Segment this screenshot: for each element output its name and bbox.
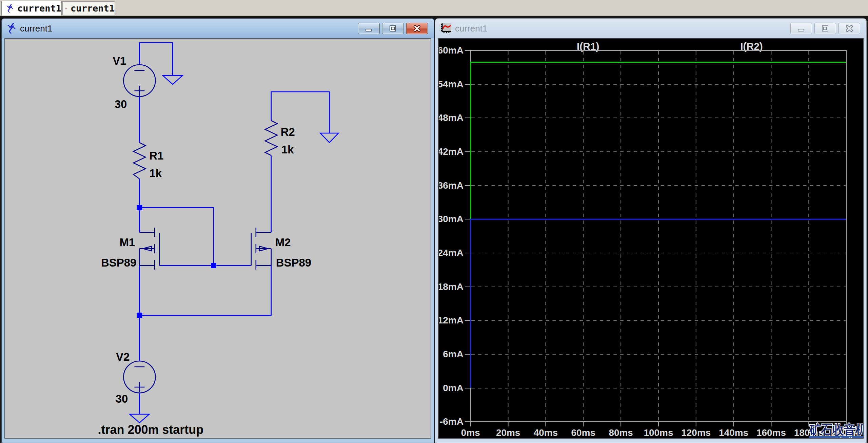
ground-symbol-v2[interactable] (130, 414, 149, 423)
minimize-icon (796, 24, 806, 33)
x-tick-label: 40ms (534, 427, 558, 438)
m1-name-label[interactable]: M1 (120, 236, 135, 249)
junction-gate-bus (211, 263, 216, 268)
m2-model-label[interactable]: BSP89 (276, 256, 311, 269)
window-title: current1 (455, 23, 790, 34)
component-v2[interactable] (123, 361, 155, 393)
y-tick-label: 30mA (439, 214, 463, 224)
waveform-plot: I(R1) I(R2) 60mA 54mA 48mA 42mA 36mA 30m… (439, 39, 863, 438)
ground-symbol-r2[interactable] (320, 133, 339, 143)
m2-name-label[interactable]: M2 (275, 236, 291, 249)
component-r1[interactable] (133, 143, 145, 179)
y-tick-label: 36mA (439, 180, 463, 191)
tab-waveform-current1[interactable]: current1 (62, 1, 115, 15)
v2-value-label[interactable]: 30 (116, 393, 128, 405)
component-m1[interactable] (139, 228, 159, 270)
y-tick-label: -6mA (440, 416, 463, 427)
window-title: current1 (20, 23, 358, 34)
junction-node-b (137, 313, 142, 318)
minimize-icon (364, 24, 374, 33)
tab-label: current1 (71, 3, 115, 14)
x-tick-label: 160ms (756, 427, 786, 438)
y-tick-label: 18mA (439, 281, 463, 292)
wire-nodeA-gates[interactable] (139, 208, 214, 266)
minimize-button[interactable] (358, 23, 380, 34)
waveform-plot-area[interactable]: I(R1) I(R2) 60mA 54mA 48mA 42mA 36mA 30m… (438, 38, 864, 439)
trace-i-r1[interactable] (471, 62, 846, 388)
maximize-button[interactable] (382, 23, 404, 34)
y-tick-label: 48mA (439, 112, 463, 123)
y-tick-label: 54mA (439, 79, 463, 89)
schematic-window-titlebar[interactable]: current1 (2, 19, 434, 38)
schematic-drawing: V1 30 R1 1k R2 1k M1 BSP89 M2 BSP89 V2 3… (5, 39, 431, 438)
x-axis: 0ms 20ms 40ms 60ms 80ms 100ms 120ms 140m… (461, 422, 861, 438)
watermark: 矿石收音机 www.crystalradio.cn (808, 422, 863, 438)
maximize-button[interactable] (814, 23, 836, 34)
junction-node-a (137, 205, 142, 210)
y-tick-label: 6mA (443, 349, 463, 359)
v1-value-label[interactable]: 30 (115, 98, 127, 110)
wire-r2-top-ground[interactable] (271, 92, 330, 133)
maximize-icon (820, 24, 830, 33)
y-tick-label: 12mA (439, 315, 463, 325)
component-v1[interactable] (123, 65, 155, 97)
x-tick-label: 120ms (681, 427, 711, 438)
x-tick-label: 60ms (571, 427, 595, 438)
component-r2[interactable] (265, 121, 277, 155)
schematic-icon (6, 2, 14, 15)
grid-lines (471, 51, 846, 421)
watermark-cn-text: 矿石收音机 (809, 422, 863, 437)
y-tick-label: 60mA (439, 45, 463, 56)
tab-label: current1 (17, 3, 61, 14)
watermark-url: www.crystalradio.cn (808, 436, 863, 438)
schematic-canvas[interactable]: V1 30 R1 1k R2 1k M1 BSP89 M2 BSP89 V2 3… (4, 38, 431, 439)
waveform-icon (65, 3, 67, 14)
x-tick-label: 80ms (609, 427, 633, 438)
schematic-window: current1 (1, 18, 434, 443)
close-icon (844, 24, 854, 33)
v1-name-label[interactable]: V1 (113, 55, 126, 67)
x-tick-label: 100ms (644, 427, 673, 438)
maximize-icon (388, 24, 398, 33)
x-tick-label: 0ms (461, 427, 480, 438)
waveform-icon (440, 23, 452, 34)
y-tick-label: 0mA (443, 383, 463, 393)
m1-model-label[interactable]: BSP89 (101, 256, 136, 269)
ground-symbol-v1[interactable] (163, 76, 182, 84)
y-tick-label: 42mA (439, 146, 463, 157)
close-icon (412, 24, 422, 33)
v2-name-label[interactable]: V2 (116, 351, 130, 363)
waveform-window-titlebar[interactable]: current1 (435, 19, 866, 38)
r2-value-label[interactable]: 1k (281, 143, 294, 156)
x-tick-label: 20ms (496, 427, 520, 438)
x-tick-label: 140ms (719, 427, 748, 438)
component-m2[interactable] (251, 228, 271, 270)
close-button[interactable] (839, 23, 860, 34)
wire-m2source-nodeB[interactable] (139, 266, 271, 315)
tab-schematic-current1[interactable]: current1 (1, 1, 62, 16)
r1-name-label[interactable]: R1 (149, 149, 163, 162)
r2-name-label[interactable]: R2 (281, 126, 295, 138)
schematic-icon (6, 22, 17, 35)
document-tab-bar: current1 current1 (0, 0, 868, 16)
waveform-window: current1 I(R1) (435, 18, 867, 443)
y-axis: 60mA 54mA 48mA 42mA 36mA 30mA 24mA 18mA … (439, 45, 471, 427)
y-tick-label: 24mA (439, 248, 463, 258)
minimize-button[interactable] (790, 23, 812, 34)
spice-directive[interactable]: .tran 200m startup (98, 423, 204, 437)
close-button[interactable] (406, 23, 428, 34)
r1-value-label[interactable]: 1k (149, 167, 162, 180)
